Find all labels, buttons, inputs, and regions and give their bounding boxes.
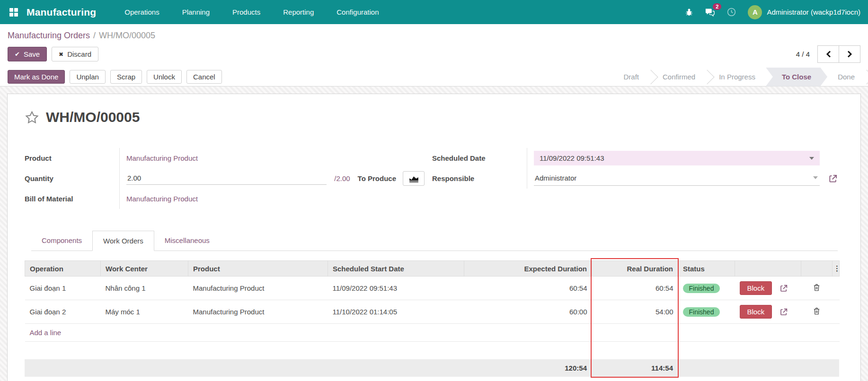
quantity-input[interactable]: 2.00 [126, 173, 327, 185]
product-label: Product [25, 148, 119, 168]
to-produce-label: To Produce [358, 174, 396, 182]
save-button-label: Save [24, 50, 40, 58]
user-menu[interactable]: A Administrator (wackp1d7iocn) [748, 5, 860, 19]
menu-operations[interactable]: Operations [124, 5, 160, 19]
status-step-confirmed[interactable]: Confirmed [652, 68, 706, 87]
col-header-scheduled-start-date[interactable]: Scheduled Start Date [328, 261, 464, 277]
status-bar: Draft Confirmed In Progress To Close Don… [613, 68, 868, 87]
cell-work-center[interactable]: Máy móc 1 [101, 300, 188, 324]
record-pager: 4 / 4 [796, 45, 860, 63]
col-header-expected-duration[interactable]: Expected Duration [464, 261, 592, 277]
cell-expected-duration[interactable]: 60:00 [464, 300, 592, 324]
col-header-product[interactable]: Product [188, 261, 328, 277]
form-right-column: Scheduled Date 11/09/2022 09:51:43 Respo… [432, 148, 838, 209]
breadcrumb-separator: / [90, 31, 99, 40]
responsible-input[interactable]: Administrator [534, 172, 820, 186]
col-header-operation[interactable]: Operation [25, 261, 101, 277]
cell-operation[interactable]: Giai đoạn 2 [25, 300, 101, 324]
messages-icon[interactable]: 2 [705, 8, 715, 17]
status-step-to-close-active[interactable]: To Close [766, 68, 827, 87]
record-title: WH/MO/00005 [46, 109, 140, 125]
save-button[interactable]: ✔ Save [8, 47, 47, 61]
open-work-order-icon[interactable] [779, 284, 788, 293]
chevron-down-icon[interactable] [809, 157, 814, 160]
bug-icon[interactable] [685, 8, 693, 17]
optional-columns-toggle-icon[interactable]: ⋮ [833, 261, 840, 277]
apps-grid-icon[interactable] [8, 6, 20, 18]
top-navbar: Manufacturing Operations Planning Produc… [0, 0, 868, 24]
product-value-link[interactable]: Manufacturing Product [126, 154, 198, 162]
discard-button[interactable]: ✖ Discard [52, 47, 98, 61]
cell-operation[interactable]: Giai đoạn 1 [25, 277, 101, 300]
top-menu: Operations Planning Products Reporting C… [124, 5, 380, 19]
bom-label: Bill of Material [25, 189, 119, 209]
forecast-graph-button[interactable] [403, 171, 425, 186]
breadcrumb-current: WH/MO/00005 [99, 31, 155, 40]
scheduled-date-value: 11/09/2022 09:51:43 [540, 154, 604, 162]
menu-planning[interactable]: Planning [181, 5, 211, 19]
responsible-field-row: Responsible Administrator [432, 168, 838, 189]
cell-start-date[interactable]: 11/10/2022 01:14:05 [328, 300, 464, 324]
breadcrumb-parent-link[interactable]: Manufacturing Orders [8, 31, 90, 40]
form-fields: Product Manufacturing Product Quantity 2… [25, 148, 838, 209]
cancel-button[interactable]: Cancel [186, 70, 222, 84]
table-header-row: Operation Work Center Product Scheduled … [25, 261, 840, 277]
scheduled-date-field-row: Scheduled Date 11/09/2022 09:51:43 [432, 148, 838, 168]
unplan-button[interactable]: Unplan [70, 70, 106, 84]
cell-actions: Block [735, 277, 801, 300]
cell-work-center[interactable]: Nhân công 1 [101, 277, 188, 300]
totals-row-table: 120:54 114:54 [25, 359, 839, 377]
form-sheet: WH/MO/00005 Product Manufacturing Produc… [7, 94, 861, 381]
app-title[interactable]: Manufacturing [27, 7, 96, 18]
add-a-line-link[interactable]: Add a line [25, 324, 840, 342]
block-button[interactable]: Block [740, 281, 772, 295]
x-icon: ✖ [59, 51, 63, 58]
total-real-duration: 114:54 [592, 359, 678, 377]
open-responsible-record[interactable] [820, 174, 838, 183]
cell-status[interactable]: Finished [678, 277, 735, 300]
tab-miscellaneous[interactable]: Miscellaneous [154, 231, 220, 251]
status-badge: Finished [683, 284, 720, 293]
cell-real-duration[interactable]: 54:00 [592, 300, 678, 324]
cell-product[interactable]: Manufacturing Product [188, 277, 328, 300]
col-header-status[interactable]: Status [678, 261, 735, 277]
trash-icon [813, 284, 820, 292]
total-expected-duration: 120:54 [464, 359, 592, 377]
bom-value-link[interactable]: Manufacturing Product [126, 195, 198, 203]
notebook-tabs: Components Work Orders Miscellaneous [31, 231, 838, 251]
status-step-in-progress[interactable]: In Progress [709, 68, 766, 87]
chevron-down-icon[interactable] [813, 176, 818, 179]
open-work-order-icon[interactable] [779, 308, 788, 316]
menu-products[interactable]: Products [231, 5, 261, 19]
cell-real-duration[interactable]: 60:54 [592, 277, 678, 300]
pager-previous-button[interactable] [817, 45, 839, 63]
col-header-real-duration[interactable]: Real Duration [592, 261, 678, 277]
menu-reporting[interactable]: Reporting [282, 5, 315, 19]
mark-as-done-button[interactable]: Mark as Done [8, 70, 65, 84]
chevron-left-icon [826, 51, 831, 58]
cell-start-date[interactable]: 11/09/2022 09:51:43 [328, 277, 464, 300]
col-header-work-center[interactable]: Work Center [101, 261, 188, 277]
menu-configuration[interactable]: Configuration [336, 5, 380, 19]
cell-actions: Block [735, 300, 801, 324]
table-row: Giai đoạn 1 Nhân công 1 Manufacturing Pr… [25, 277, 840, 300]
favorite-star-icon[interactable] [25, 110, 39, 125]
delete-row-button[interactable] [801, 277, 833, 300]
cell-status[interactable]: Finished [678, 300, 735, 324]
block-button[interactable]: Block [740, 305, 772, 319]
add-a-line-row: Add a line [25, 324, 840, 342]
activity-clock-icon[interactable] [726, 7, 736, 17]
tab-components[interactable]: Components [31, 231, 92, 251]
scrap-button[interactable]: Scrap [110, 70, 142, 84]
area-chart-icon [409, 174, 419, 182]
record-title-row: WH/MO/00005 [25, 109, 838, 125]
discard-button-label: Discard [67, 50, 91, 58]
unlock-button[interactable]: Unlock [147, 70, 182, 84]
delete-row-button[interactable] [801, 300, 833, 324]
tab-work-orders[interactable]: Work Orders [92, 231, 154, 251]
scheduled-date-input[interactable]: 11/09/2022 09:51:43 [534, 151, 820, 165]
col-header-actions [735, 261, 801, 277]
cell-product[interactable]: Manufacturing Product [188, 300, 328, 324]
cell-expected-duration[interactable]: 60:54 [464, 277, 592, 300]
pager-next-button[interactable] [839, 45, 860, 63]
